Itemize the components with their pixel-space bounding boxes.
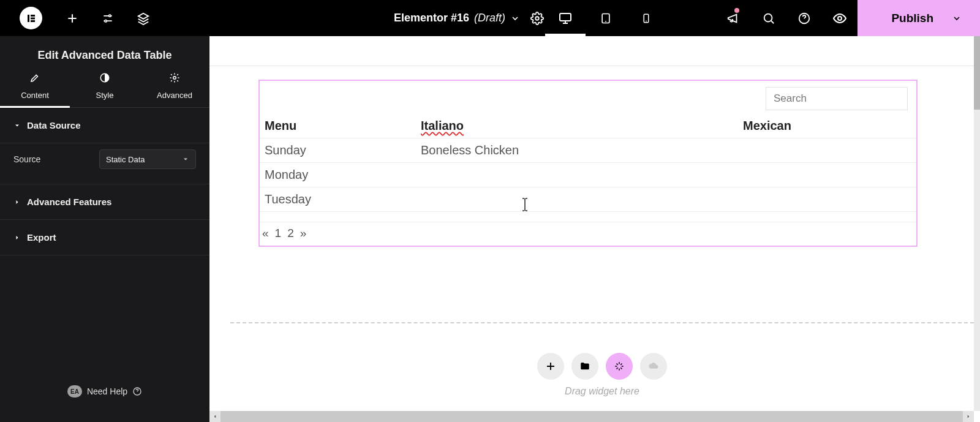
scroll-track[interactable]: [221, 411, 963, 422]
publish-button[interactable]: Publish: [858, 0, 980, 36]
data-table-widget[interactable]: Menu Italiano Mexican Sunday Boneless Ch…: [258, 80, 918, 247]
chevron-down-icon: [182, 156, 189, 163]
document-switcher[interactable]: Elementor #16 (Draft): [394, 12, 520, 24]
table-cell[interactable]: Sunday: [260, 138, 416, 163]
gear-icon: [530, 12, 544, 25]
table-header[interactable]: Menu: [260, 114, 416, 138]
vertical-scrollbar[interactable]: [974, 36, 980, 411]
svg-point-5: [105, 20, 107, 21]
need-help-link[interactable]: EA Need Help: [0, 385, 209, 398]
sparkle-icon: [614, 361, 625, 372]
svg-point-12: [838, 17, 842, 20]
drop-zone-label: Drag widget here: [230, 386, 974, 397]
table-row: Sunday Boneless Chicken: [260, 138, 916, 163]
table-cell[interactable]: [416, 212, 738, 222]
drop-zone[interactable]: Drag widget here: [230, 322, 974, 411]
svg-rect-1: [31, 15, 35, 17]
tab-label: Advanced: [140, 91, 209, 100]
section-label: Export: [27, 232, 56, 243]
svg-point-14: [173, 77, 176, 80]
chevron-down-icon: [952, 13, 962, 23]
document-title: Elementor #16: [394, 12, 469, 24]
table-row: Monday: [260, 163, 916, 187]
table-cell[interactable]: [738, 212, 916, 222]
add-element-button[interactable]: [55, 0, 90, 36]
pager-page[interactable]: 1: [275, 227, 282, 240]
topbar: Elementor #16 (Draft): [0, 0, 980, 36]
help-label: Need Help: [87, 386, 127, 396]
select-value: Static Data: [106, 155, 145, 164]
ai-button[interactable]: [606, 353, 633, 380]
table-cell[interactable]: Tuesday: [260, 187, 416, 212]
elementor-logo[interactable]: [20, 7, 42, 29]
desktop-icon: [558, 11, 573, 26]
sliders-icon: [102, 12, 114, 24]
text-cursor: [521, 197, 529, 212]
site-settings-button[interactable]: [90, 0, 126, 36]
section-export[interactable]: Export: [0, 220, 209, 255]
table-search-wrap: [260, 81, 916, 114]
table-cell[interactable]: [260, 212, 416, 222]
add-section-actions: [230, 353, 974, 380]
help-icon: [797, 12, 811, 25]
tab-advanced[interactable]: Advanced: [140, 72, 209, 107]
pager-prev[interactable]: «: [262, 227, 269, 240]
publish-label: Publish: [891, 12, 933, 25]
canvas-inner[interactable]: Menu Italiano Mexican Sunday Boneless Ch…: [209, 66, 974, 411]
section-advanced-features[interactable]: Advanced Features: [0, 184, 209, 220]
horizontal-scrollbar[interactable]: [209, 411, 974, 422]
whats-new-button[interactable]: [715, 0, 751, 36]
table-cell[interactable]: Monday: [260, 163, 416, 187]
svg-point-10: [764, 13, 772, 21]
preview-button[interactable]: [822, 0, 858, 36]
caret-down-icon: [13, 122, 21, 129]
tab-label: Content: [0, 91, 70, 100]
source-select[interactable]: Static Data: [99, 149, 196, 169]
help-icon: [132, 386, 142, 396]
mobile-tab[interactable]: [626, 0, 666, 36]
svg-point-4: [109, 15, 111, 17]
table-cell[interactable]: [416, 187, 738, 212]
table-cell[interactable]: [738, 187, 916, 212]
finder-button[interactable]: [751, 0, 786, 36]
search-icon: [762, 12, 775, 25]
data-table: Menu Italiano Mexican Sunday Boneless Ch…: [260, 114, 916, 222]
table-search-input[interactable]: [766, 87, 908, 110]
table-cell[interactable]: Boneless Chicken: [416, 138, 738, 163]
svg-rect-3: [31, 20, 35, 22]
favorites-button[interactable]: [640, 353, 667, 380]
structure-button[interactable]: [126, 0, 161, 36]
tablet-tab[interactable]: [586, 0, 626, 36]
scroll-thumb[interactable]: [974, 36, 980, 110]
table-cell[interactable]: [738, 163, 916, 187]
section-label: Data Source: [27, 120, 81, 130]
triangle-left-icon: [212, 413, 218, 420]
svg-rect-0: [28, 15, 29, 22]
document-status: (Draft): [474, 12, 505, 24]
pager-page[interactable]: 2: [287, 227, 294, 240]
scroll-right-arrow[interactable]: [963, 411, 974, 422]
mobile-icon: [641, 11, 652, 26]
triangle-right-icon: [965, 413, 971, 420]
scroll-left-arrow[interactable]: [209, 411, 221, 422]
section-data-source[interactable]: Data Source: [0, 108, 209, 143]
table-header[interactable]: Mexican: [738, 114, 916, 138]
help-button[interactable]: [786, 0, 822, 36]
chevron-down-icon: [510, 13, 520, 23]
table-header[interactable]: Italiano: [416, 114, 738, 138]
plus-icon: [66, 12, 78, 24]
table-cell[interactable]: [738, 138, 916, 163]
pencil-icon: [29, 72, 40, 83]
contrast-icon: [99, 72, 110, 83]
panel-title: Edit Advanced Data Table: [0, 36, 209, 72]
pager-next[interactable]: »: [300, 227, 307, 240]
tablet-icon: [600, 11, 612, 26]
add-section-button[interactable]: [537, 353, 564, 380]
topbar-left: [0, 0, 161, 36]
tab-content[interactable]: Content: [0, 72, 70, 107]
template-library-button[interactable]: [571, 353, 598, 380]
table-cell[interactable]: [416, 163, 738, 187]
editor-sidebar: Edit Advanced Data Table Content Style A…: [0, 36, 209, 422]
tab-style[interactable]: Style: [70, 72, 140, 107]
desktop-tab[interactable]: [545, 0, 586, 36]
